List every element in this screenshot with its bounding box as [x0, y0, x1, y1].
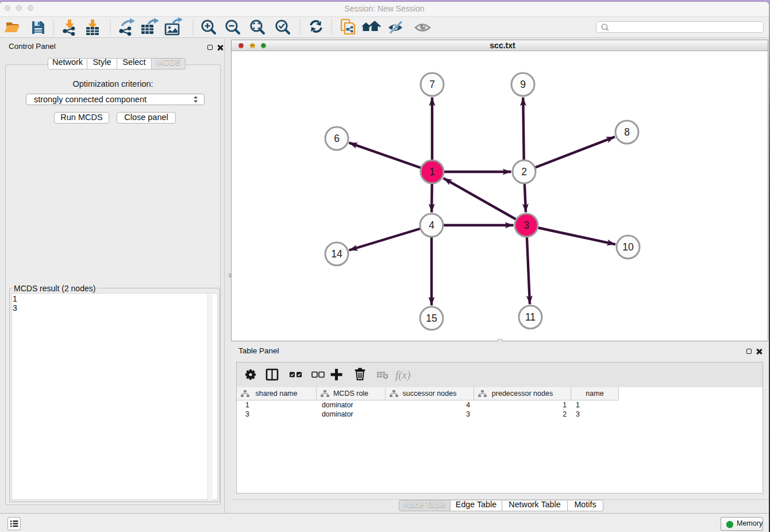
- svg-text:6: 6: [334, 133, 340, 144]
- svg-text:10: 10: [622, 241, 634, 253]
- svg-text:15: 15: [426, 313, 437, 324]
- svg-text:f(x): f(x): [395, 369, 410, 381]
- svg-text:11: 11: [525, 311, 536, 323]
- svg-text:9: 9: [520, 79, 526, 90]
- svg-text:2: 2: [521, 166, 527, 178]
- svg-text:14: 14: [331, 248, 342, 260]
- svg-text:1: 1: [429, 166, 435, 178]
- svg-text:7: 7: [429, 79, 435, 90]
- svg-text:4: 4: [429, 219, 434, 231]
- svg-text:8: 8: [624, 126, 630, 138]
- svg-text:3: 3: [523, 219, 529, 231]
